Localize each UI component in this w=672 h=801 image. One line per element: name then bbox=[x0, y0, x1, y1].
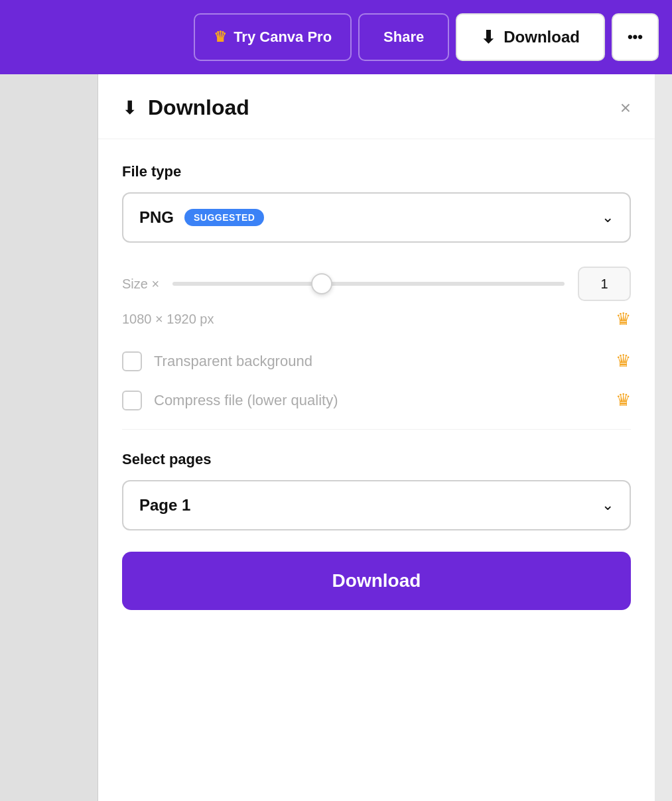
divider bbox=[122, 429, 631, 430]
size-input[interactable]: 1 bbox=[578, 267, 631, 301]
file-type-left: PNG SUGGESTED bbox=[139, 208, 264, 227]
file-type-name: PNG bbox=[139, 208, 174, 227]
download-main-label: Download bbox=[332, 570, 421, 591]
download-header-icon: ⬇ bbox=[481, 27, 496, 48]
transparent-bg-row: Transparent background ♛ bbox=[122, 351, 631, 371]
close-icon: × bbox=[620, 97, 631, 118]
select-pages-dropdown[interactable]: Page 1 ⌄ bbox=[122, 480, 631, 530]
size-dimensions: 1080 × 1920 px ♛ bbox=[122, 309, 631, 330]
file-type-label: File type bbox=[122, 163, 631, 180]
size-section: Size × 1 1080 × 1920 px ♛ bbox=[122, 267, 631, 330]
left-sidebar bbox=[0, 74, 98, 801]
size-slider-track bbox=[172, 282, 565, 286]
panel-header: ⬇ Download × bbox=[98, 74, 655, 139]
download-main-button[interactable]: Download bbox=[122, 552, 631, 610]
transparent-bg-left: Transparent background bbox=[122, 351, 312, 371]
transparent-bg-label: Transparent background bbox=[154, 353, 312, 370]
size-dimensions-text: 1080 × 1920 px bbox=[122, 312, 214, 327]
compress-file-checkbox[interactable] bbox=[122, 391, 142, 410]
more-label: ••• bbox=[628, 29, 643, 46]
size-slider-thumb[interactable] bbox=[311, 273, 332, 294]
panel-title: Download bbox=[148, 95, 249, 120]
size-crown-icon: ♛ bbox=[616, 309, 631, 330]
more-button[interactable]: ••• bbox=[612, 13, 659, 61]
transparent-bg-crown-icon: ♛ bbox=[616, 351, 631, 371]
size-label: Size × bbox=[122, 277, 159, 292]
compress-file-label: Compress file (lower quality) bbox=[154, 392, 338, 409]
panel-download-icon: ⬇ bbox=[122, 97, 137, 119]
download-panel: ⬇ Download × File type PNG SUGGESTED ⌄ bbox=[98, 74, 655, 801]
crown-icon: ♛ bbox=[214, 29, 227, 46]
share-label: Share bbox=[383, 29, 424, 45]
close-button[interactable]: × bbox=[620, 99, 631, 117]
size-slider-container bbox=[172, 282, 565, 286]
compress-file-crown-icon: ♛ bbox=[616, 390, 631, 410]
share-button[interactable]: Share bbox=[358, 13, 449, 61]
select-pages-section-label: Select pages bbox=[122, 451, 631, 468]
main-area: ⬇ Download × File type PNG SUGGESTED ⌄ bbox=[0, 74, 672, 801]
size-row: Size × 1 bbox=[122, 267, 631, 301]
transparent-bg-checkbox[interactable] bbox=[122, 351, 142, 371]
file-type-dropdown[interactable]: PNG SUGGESTED ⌄ bbox=[122, 192, 631, 243]
download-top-label: Download bbox=[504, 28, 580, 46]
page-name: Page 1 bbox=[139, 496, 190, 515]
try-canva-label: Try Canva Pro bbox=[234, 29, 332, 46]
compress-file-left: Compress file (lower quality) bbox=[122, 391, 338, 410]
try-canva-button[interactable]: ♛ Try Canva Pro bbox=[194, 13, 352, 61]
suggested-badge: SUGGESTED bbox=[184, 209, 264, 226]
panel-content: File type PNG SUGGESTED ⌄ Size × bbox=[98, 139, 655, 634]
download-top-button[interactable]: ⬇ Download bbox=[456, 13, 605, 61]
file-type-chevron-icon: ⌄ bbox=[602, 209, 614, 226]
select-pages-chevron-icon: ⌄ bbox=[602, 497, 614, 514]
panel-header-left: ⬇ Download bbox=[122, 95, 249, 120]
compress-file-row: Compress file (lower quality) ♛ bbox=[122, 390, 631, 410]
top-bar: ♛ Try Canva Pro Share ⬇ Download ••• bbox=[0, 0, 672, 74]
